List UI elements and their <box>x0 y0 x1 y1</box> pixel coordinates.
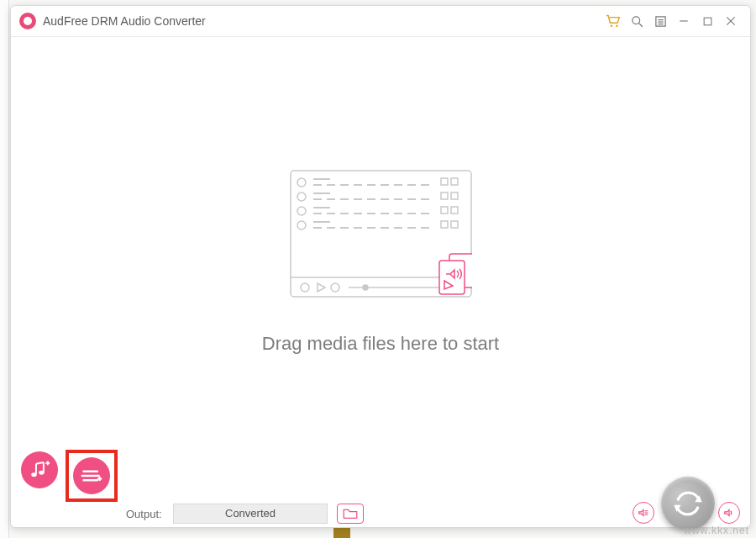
svg-point-1 <box>616 25 617 27</box>
playlist-plus-icon <box>80 464 103 488</box>
host-page-strip <box>0 0 9 538</box>
app-title: AudFree DRM Audio Converter <box>43 14 206 28</box>
svg-point-2 <box>632 16 639 24</box>
svg-marker-35 <box>318 283 325 292</box>
add-music-button[interactable] <box>21 451 58 488</box>
svg-point-38 <box>363 285 368 290</box>
converted-list-icon <box>638 507 649 519</box>
svg-point-36 <box>331 283 339 292</box>
svg-point-41 <box>31 472 37 477</box>
drop-hint-text: Drag media files here to start <box>262 333 499 355</box>
svg-rect-28 <box>451 193 458 199</box>
svg-point-34 <box>301 283 309 292</box>
svg-point-0 <box>611 25 612 27</box>
maximize-icon[interactable] <box>696 10 718 32</box>
svg-rect-25 <box>441 178 448 185</box>
minimize-icon[interactable] <box>673 10 695 32</box>
svg-rect-29 <box>441 207 448 214</box>
svg-line-3 <box>638 23 642 26</box>
svg-rect-32 <box>451 221 458 228</box>
app-logo-icon <box>19 13 36 29</box>
output-label: Output: <box>126 508 162 520</box>
svg-point-16 <box>297 221 306 229</box>
format-settings-icon <box>723 507 735 519</box>
search-icon[interactable] <box>626 10 648 32</box>
menu-icon[interactable] <box>649 10 671 32</box>
convert-arrows-icon <box>671 487 705 520</box>
close-icon[interactable] <box>720 10 742 32</box>
host-page-thumb <box>333 528 350 538</box>
history-button[interactable] <box>633 502 654 524</box>
drop-zone[interactable]: Drag media files here to start <box>11 37 750 488</box>
folder-icon <box>342 508 359 520</box>
cart-icon[interactable] <box>602 10 624 32</box>
app-window: AudFree DRM Audio Converter <box>10 5 751 528</box>
svg-rect-26 <box>451 178 458 185</box>
settings-button[interactable] <box>718 502 740 524</box>
add-playlist-button[interactable] <box>73 457 110 494</box>
output-path-field[interactable]: Converted <box>173 504 328 524</box>
add-playlist-highlight-box <box>66 450 118 502</box>
browse-output-button[interactable] <box>337 504 364 524</box>
svg-point-15 <box>297 207 306 215</box>
music-plus-icon <box>29 459 50 481</box>
svg-rect-9 <box>704 18 711 25</box>
itunes-list-illustration-icon <box>290 170 472 298</box>
svg-point-13 <box>297 178 306 187</box>
convert-button[interactable] <box>661 477 715 530</box>
svg-point-14 <box>297 193 306 201</box>
svg-rect-30 <box>451 207 458 214</box>
svg-rect-27 <box>441 193 448 199</box>
svg-point-42 <box>39 471 45 475</box>
svg-rect-31 <box>441 221 448 228</box>
title-bar: AudFree DRM Audio Converter <box>11 6 750 36</box>
